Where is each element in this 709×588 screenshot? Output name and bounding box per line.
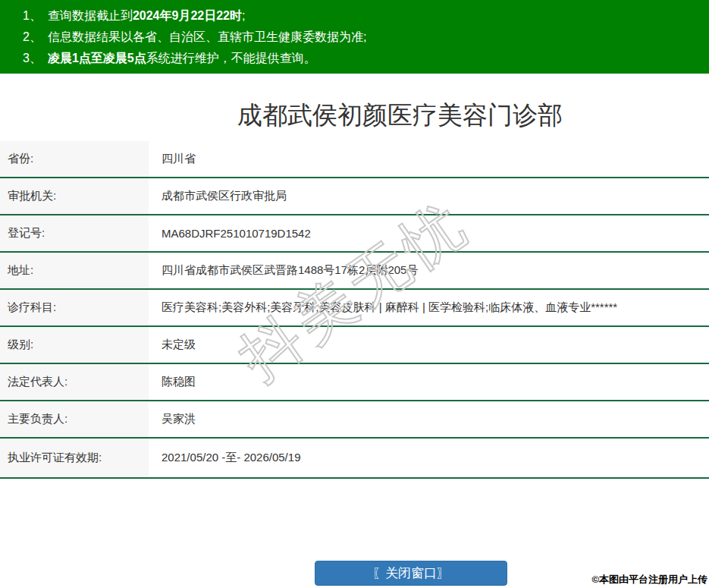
table-row-treatment-subjects: 诊疗科目: 医疗美容科;美容外科;美容牙科;美容皮肤科 | 麻醉科 | 医学检验…	[0, 290, 709, 327]
table-row-address: 地址: 四川省成都市武侯区武晋路1488号17栋2层附205号	[0, 253, 709, 290]
row-value: 陈稳图	[149, 364, 709, 400]
notice-line-number: 2、	[23, 30, 42, 43]
notice-text: 查询数据截止到	[48, 9, 133, 22]
table-row-legal-representative: 法定代表人: 陈稳图	[0, 364, 709, 401]
notice-text: ;	[242, 9, 245, 22]
row-label: 级别:	[0, 327, 149, 363]
table-row-approval-authority: 审批机关: 成都市武侯区行政审批局	[0, 178, 709, 215]
notice-text: 信息数据结果以各省、自治区、直辖市卫生健康委数据为准;	[48, 30, 366, 43]
notice-text-bold: 2024年9月22日22时	[133, 9, 242, 22]
row-label: 登记号:	[0, 215, 149, 251]
row-value: 成都市武侯区行政审批局	[149, 178, 709, 214]
row-value: 医疗美容科;美容外科;美容牙科;美容皮肤科 | 麻醉科 | 医学检验科;临床体液…	[149, 290, 709, 325]
row-label: 审批机关:	[0, 178, 149, 214]
table-row-principal: 主要负责人: 吴家洪	[0, 401, 709, 439]
row-label: 法定代表人:	[0, 364, 149, 400]
table-row-level: 级别: 未定级	[0, 327, 709, 364]
notice-text-bold: 凌晨1点至凌晨5点	[48, 52, 146, 64]
notice-line-number: 3、	[23, 52, 42, 64]
row-label: 主要负责人:	[0, 401, 149, 437]
institution-info-table: 省份: 四川省 审批机关: 成都市武侯区行政审批局 登记号: MA68DJRF2…	[0, 141, 709, 479]
row-value: 2021/05/20 -至- 2026/05/19	[149, 439, 709, 477]
row-label: 地址:	[0, 253, 149, 288]
row-value: 四川省	[149, 141, 709, 177]
notice-line-number: 1、	[23, 9, 42, 22]
row-value: MA68DJRF251010719D1542	[149, 215, 709, 251]
row-label: 诊疗科目:	[0, 290, 149, 325]
notice-text: 系统进行维护，不能提供查询。	[146, 52, 316, 64]
table-row-license-validity: 执业许可证有效期: 2021/05/20 -至- 2026/05/19	[0, 439, 709, 479]
row-label: 省份:	[0, 141, 149, 177]
notice-line-3: 3、凌晨1点至凌晨5点系统进行维护，不能提供查询。	[23, 48, 701, 69]
table-row-registration-number: 登记号: MA68DJRF251010719D1542	[0, 215, 709, 253]
row-label: 执业许可证有效期:	[0, 439, 149, 477]
row-value: 吴家洪	[149, 401, 709, 437]
close-window-button[interactable]: 〖关闭窗口〗	[315, 561, 507, 586]
notice-line-1: 1、查询数据截止到2024年9月22日22时;	[23, 5, 701, 27]
row-value: 四川省成都市武侯区武晋路1488号17栋2层附205号	[149, 253, 709, 288]
notice-banner: 1、查询数据截止到2024年9月22日22时; 2、信息数据结果以各省、自治区、…	[0, 0, 709, 74]
row-value: 未定级	[149, 327, 709, 363]
notice-line-2: 2、信息数据结果以各省、自治区、直辖市卫生健康委数据为准;	[23, 27, 701, 48]
table-row-province: 省份: 四川省	[0, 141, 709, 178]
page-title: 成都武侯初颜医疗美容门诊部	[45, 74, 709, 141]
copyright-watermark: ©本图由平台注册用户上传	[591, 573, 707, 586]
